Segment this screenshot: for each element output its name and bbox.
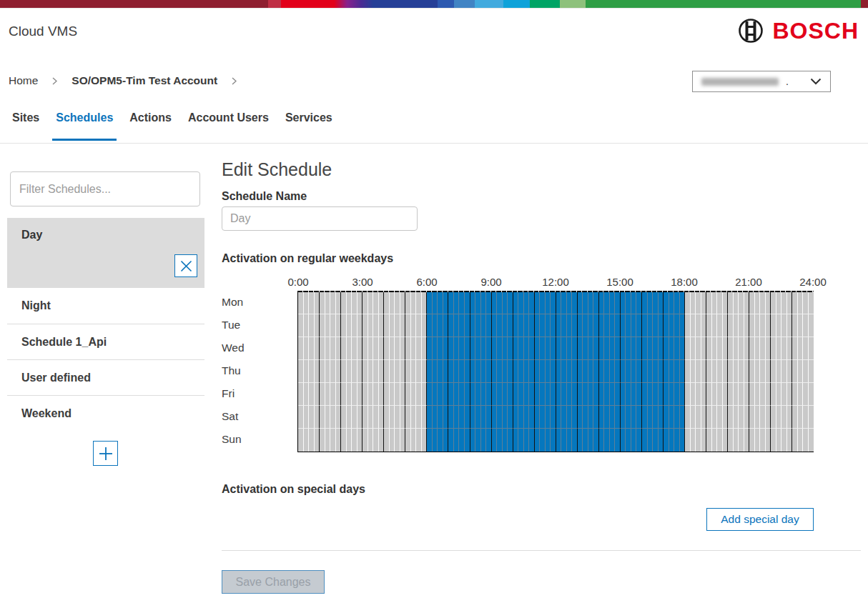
time-slot[interactable] xyxy=(642,406,648,429)
time-slot[interactable] xyxy=(341,429,347,452)
time-slot[interactable] xyxy=(422,429,428,452)
time-slot[interactable] xyxy=(760,383,766,406)
time-slot[interactable] xyxy=(341,314,347,337)
time-slot[interactable] xyxy=(422,337,428,360)
schedule-list-item-selected[interactable]: Day xyxy=(7,218,204,288)
time-slot[interactable] xyxy=(578,406,583,429)
time-slot[interactable] xyxy=(390,406,395,429)
time-slot[interactable] xyxy=(621,360,626,383)
time-slot[interactable] xyxy=(669,314,675,337)
time-slot[interactable] xyxy=(734,314,739,337)
time-slot[interactable] xyxy=(583,337,588,360)
time-slot[interactable] xyxy=(578,360,583,383)
time-slot[interactable] xyxy=(696,360,701,383)
time-slot[interactable] xyxy=(551,429,556,452)
time-slot[interactable] xyxy=(696,337,701,360)
time-slot[interactable] xyxy=(508,360,513,383)
time-slot[interactable] xyxy=(659,314,664,337)
time-slot[interactable] xyxy=(691,360,696,383)
time-slot[interactable] xyxy=(422,291,428,314)
time-slot[interactable] xyxy=(701,406,707,429)
time-slot[interactable] xyxy=(546,337,551,360)
time-slot[interactable] xyxy=(760,314,766,337)
time-slot[interactable] xyxy=(610,337,616,360)
time-slot[interactable] xyxy=(701,383,707,406)
time-slot[interactable] xyxy=(373,360,379,383)
time-slot[interactable] xyxy=(481,337,487,360)
time-slot[interactable] xyxy=(373,406,379,429)
time-slot[interactable] xyxy=(749,383,755,406)
time-slot[interactable] xyxy=(717,337,723,360)
time-slot[interactable] xyxy=(454,360,460,383)
time-slot[interactable] xyxy=(492,314,498,337)
time-slot[interactable] xyxy=(535,337,541,360)
time-slot[interactable] xyxy=(706,360,712,383)
time-slot[interactable] xyxy=(567,314,573,337)
time-slot[interactable] xyxy=(712,291,718,314)
time-slot[interactable] xyxy=(680,291,686,314)
time-slot[interactable] xyxy=(621,337,626,360)
time-slot[interactable] xyxy=(749,314,755,337)
time-slot[interactable] xyxy=(593,337,599,360)
time-slot[interactable] xyxy=(723,360,729,383)
time-slot[interactable] xyxy=(503,291,508,314)
time-slot[interactable] xyxy=(400,314,406,337)
time-slot[interactable] xyxy=(497,314,503,337)
time-slot[interactable] xyxy=(357,429,363,452)
time-slot[interactable] xyxy=(546,406,551,429)
time-slot[interactable] xyxy=(470,360,476,383)
time-slot[interactable] xyxy=(508,406,513,429)
time-slot[interactable] xyxy=(363,406,368,429)
time-slot[interactable] xyxy=(631,429,637,452)
time-slot[interactable] xyxy=(626,406,631,429)
time-slot[interactable] xyxy=(443,291,449,314)
time-slot[interactable] xyxy=(723,429,729,452)
time-slot[interactable] xyxy=(593,291,599,314)
time-slot[interactable] xyxy=(518,314,524,337)
schedule-list-item-schedule-1-api[interactable]: Schedule 1_Api xyxy=(7,324,204,359)
time-slot[interactable] xyxy=(771,314,776,337)
time-slot[interactable] xyxy=(325,314,331,337)
time-slot[interactable] xyxy=(561,314,567,337)
time-slot[interactable] xyxy=(642,429,648,452)
time-slot[interactable] xyxy=(739,291,744,314)
time-slot[interactable] xyxy=(475,337,481,360)
time-slot[interactable] xyxy=(621,429,626,452)
time-slot[interactable] xyxy=(330,314,336,337)
time-slot[interactable] xyxy=(583,429,588,452)
time-slot[interactable] xyxy=(465,429,470,452)
time-slot[interactable] xyxy=(792,291,798,314)
time-slot[interactable] xyxy=(320,360,325,383)
time-slot[interactable] xyxy=(298,429,304,452)
time-slot[interactable] xyxy=(384,406,390,429)
time-slot[interactable] xyxy=(513,406,519,429)
time-slot[interactable] xyxy=(760,291,766,314)
time-slot[interactable] xyxy=(486,360,492,383)
time-slot[interactable] xyxy=(475,291,481,314)
time-slot[interactable] xyxy=(706,406,712,429)
time-slot[interactable] xyxy=(604,406,610,429)
time-slot[interactable] xyxy=(422,360,428,383)
time-slot[interactable] xyxy=(497,383,503,406)
time-slot[interactable] xyxy=(486,314,492,337)
time-slot[interactable] xyxy=(341,406,347,429)
time-slot[interactable] xyxy=(739,360,744,383)
time-slot[interactable] xyxy=(593,314,599,337)
time-slot[interactable] xyxy=(363,360,368,383)
time-slot[interactable] xyxy=(749,291,755,314)
time-slot[interactable] xyxy=(626,360,631,383)
time-slot[interactable] xyxy=(481,291,487,314)
time-slot[interactable] xyxy=(443,429,449,452)
time-slot[interactable] xyxy=(433,383,438,406)
time-slot[interactable] xyxy=(696,383,701,406)
time-slot[interactable] xyxy=(771,360,776,383)
time-slot[interactable] xyxy=(701,337,707,360)
time-slot[interactable] xyxy=(706,291,712,314)
time-slot[interactable] xyxy=(615,291,621,314)
time-slot[interactable] xyxy=(744,360,750,383)
time-slot[interactable] xyxy=(357,291,363,314)
time-slot[interactable] xyxy=(621,406,626,429)
time-slot[interactable] xyxy=(497,429,503,452)
time-slot[interactable] xyxy=(508,337,513,360)
time-slot[interactable] xyxy=(513,337,519,360)
